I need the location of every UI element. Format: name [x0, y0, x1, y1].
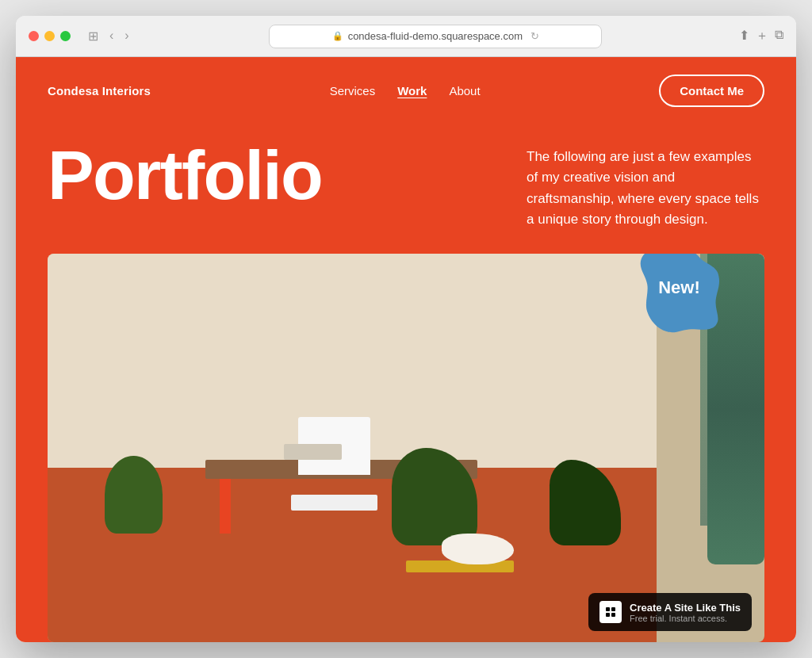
portfolio-image: New! Create A Site Like This	[48, 254, 764, 642]
hero-title: Portfolio	[48, 140, 511, 210]
laptop	[284, 444, 341, 460]
plant-1	[105, 456, 162, 534]
svg-rect-2	[606, 613, 610, 617]
svg-rect-0	[606, 607, 610, 611]
back-button[interactable]: ‹	[106, 27, 117, 45]
tabs-icon[interactable]: ⧉	[775, 28, 783, 44]
hero-section: Portfolio The following are just a few e…	[16, 124, 796, 254]
contact-me-button[interactable]: Contact Me	[659, 75, 764, 107]
portfolio-image-container: New! Create A Site Like This	[48, 254, 764, 642]
new-badge-container: New!	[634, 254, 725, 333]
forward-button[interactable]: ›	[121, 27, 132, 45]
hero-description: The following are just a few examples of…	[511, 147, 764, 230]
chair-seat	[291, 495, 377, 511]
squarespace-subtitle: Free trial. Instant access.	[630, 614, 741, 623]
browser-controls: ⊞ ‹ ›	[85, 27, 132, 45]
nav-links: Services Work About	[330, 84, 481, 98]
sidebar-icon[interactable]: ⊞	[85, 27, 102, 45]
squarespace-logo-svg	[604, 606, 617, 618]
dog	[442, 534, 513, 564]
url-text: condesa-fluid-demo.squarespace.com	[348, 30, 523, 42]
browser-window: ⊞ ‹ › 🔒 condesa-fluid-demo.squarespace.c…	[16, 16, 796, 642]
close-button[interactable]	[29, 31, 39, 41]
svg-rect-3	[611, 613, 615, 617]
share-icon[interactable]: ⬆	[739, 28, 749, 44]
squarespace-title: Create A Site Like This	[630, 602, 741, 614]
address-bar[interactable]: 🔒 condesa-fluid-demo.squarespace.com ↻	[269, 25, 602, 48]
brand-logo[interactable]: Condesa Interiors	[48, 84, 151, 98]
browser-actions: ⬆ ＋ ⧉	[739, 28, 783, 44]
reload-icon[interactable]: ↻	[530, 30, 539, 42]
lock-icon: 🔒	[332, 31, 343, 41]
website-content: Condesa Interiors Services Work About Co…	[16, 57, 796, 642]
squarespace-text: Create A Site Like This Free trial. Inst…	[630, 602, 741, 623]
new-tab-icon[interactable]: ＋	[756, 28, 768, 44]
minimize-button[interactable]	[44, 31, 55, 41]
svg-rect-1	[611, 607, 615, 611]
squarespace-logo	[599, 601, 622, 623]
nav-link-work[interactable]: Work	[397, 84, 427, 98]
browser-chrome: ⊞ ‹ › 🔒 condesa-fluid-demo.squarespace.c…	[16, 16, 796, 57]
maximize-button[interactable]	[60, 31, 71, 41]
squarespace-bar[interactable]: Create A Site Like This Free trial. Inst…	[588, 593, 752, 631]
table-leg-left	[220, 479, 231, 534]
nav-link-services[interactable]: Services	[330, 84, 376, 98]
navigation: Condesa Interiors Services Work About Co…	[16, 57, 796, 124]
traffic-lights	[29, 31, 71, 41]
nav-link-about[interactable]: About	[449, 84, 480, 98]
new-badge-label: New!	[658, 277, 700, 298]
